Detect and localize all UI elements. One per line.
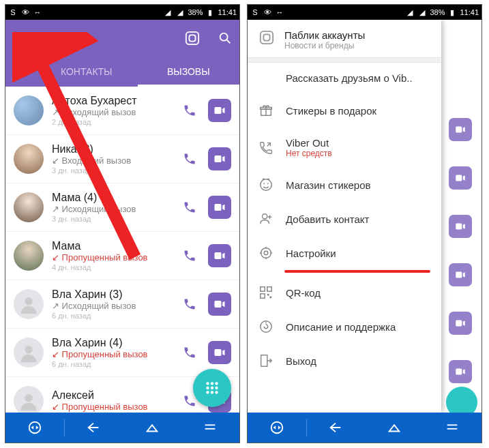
video-call-button[interactable]	[208, 293, 231, 316]
eye-icon: 👁	[263, 8, 272, 17]
info-icon	[258, 319, 273, 334]
video-call-button[interactable]	[208, 244, 231, 267]
app-header: Viber	[5, 20, 239, 57]
call-time: 6 дн. назад	[52, 312, 170, 320]
drawer-item-label: Рассказать друзьям о Vib..	[286, 72, 430, 84]
nav-bar	[5, 413, 239, 443]
call-row[interactable]: Вла Харин (3) ↗ Исходящий вызов 6 дн. на…	[5, 280, 239, 329]
call-row[interactable]: Ника (8) ↙ Входящий вызов 3 дн. назад	[5, 135, 239, 183]
drawer-item-share[interactable]: Рассказать друзьям о Vib..	[248, 63, 441, 93]
teamviewer-icon: ↔	[275, 8, 284, 17]
qr-icon	[258, 285, 273, 300]
tab-calls[interactable]: ВЫЗОВЫ	[138, 57, 240, 87]
tabs: КОНТАКТЫ ВЫЗОВЫ	[5, 57, 239, 87]
home-button[interactable]	[365, 413, 424, 443]
avatar	[14, 241, 44, 271]
exit-icon	[258, 353, 273, 368]
search-icon[interactable]	[218, 31, 233, 46]
drawer-item-label: Стикеры в подарок	[286, 105, 430, 117]
avatar	[14, 192, 44, 222]
video-call-button[interactable]	[208, 147, 231, 170]
drawer-item-label: Настройки	[286, 248, 430, 259]
skype-icon: S	[250, 8, 260, 17]
navigation-drawer: Паблик аккаунты Новости и бренды Рассказ…	[248, 20, 441, 413]
call-status: ↙ Пропущенный вызов	[52, 402, 170, 412]
clock-text: 11:41	[460, 8, 479, 16]
drawer-item-gift[interactable]: Стикеры в подарок	[248, 93, 441, 128]
signal-icon: ◢	[175, 8, 185, 17]
avatar	[14, 144, 44, 174]
status-bar: S 👁 ↔ ◢ ◢ 38% ▮ 11:41	[248, 5, 481, 20]
avatar	[14, 338, 44, 368]
drawer-item-smile[interactable]: Магазин стикеров	[248, 168, 441, 202]
call-button[interactable]	[178, 99, 201, 122]
video-call-button[interactable]	[208, 341, 231, 364]
tab-calls-label: ВЫЗОВЫ	[167, 66, 210, 77]
public-accounts-icon[interactable]	[185, 31, 200, 46]
call-name: Вла Харин (4)	[52, 337, 170, 349]
back-button[interactable]	[307, 413, 366, 443]
drawer-item-label: Описание и поддержка	[286, 321, 430, 333]
drawer-item-qr[interactable]: QR-код	[248, 275, 441, 310]
drawer-item-phone-out[interactable]: Viber OutНет средств	[248, 128, 441, 168]
call-name: Ника (8)	[52, 143, 170, 155]
call-button[interactable]	[178, 147, 201, 170]
call-row[interactable]: Мама ↙ Пропущенный вызов 4 дн. назад	[5, 232, 239, 280]
nav-bar	[248, 413, 481, 443]
dialpad-fab[interactable]	[193, 369, 231, 407]
signal-icon: ◢	[405, 8, 415, 17]
avatar	[14, 289, 44, 319]
svg-point-41	[271, 422, 283, 434]
gift-icon	[258, 103, 273, 118]
clock-text: 11:41	[218, 8, 237, 16]
recent-button[interactable]	[424, 413, 482, 443]
call-time: 3 дн. назад	[52, 166, 170, 175]
back-button[interactable]	[65, 413, 123, 443]
call-name: Антоха Бухарест	[52, 95, 170, 107]
smile-icon	[258, 177, 273, 192]
home-button[interactable]	[123, 413, 181, 443]
recent-button[interactable]	[181, 413, 240, 443]
call-name: Мама (4)	[52, 192, 170, 204]
drawer-header-title: Паблик аккаунты	[284, 29, 430, 41]
video-call-button[interactable]	[208, 196, 231, 219]
drawer-item-label: QR-код	[286, 287, 430, 299]
drawer-item-label: Добавить контакт	[286, 213, 430, 225]
call-status: ↙ Входящий вызов	[52, 155, 170, 166]
call-button[interactable]	[178, 293, 201, 316]
teamviewer-icon: ↔	[33, 8, 42, 17]
drawer-item-sub: Нет средств	[286, 149, 430, 158]
call-list[interactable]: Антоха Бухарест ↗ Исходящий вызов 2 дн. …	[5, 87, 239, 413]
video-call-button[interactable]	[208, 99, 231, 122]
drawer-item-info[interactable]: Описание и поддержка	[248, 310, 441, 344]
call-button[interactable]	[178, 196, 201, 219]
phone-out-icon	[258, 140, 273, 155]
call-row[interactable]: Антоха Бухарест ↗ Исходящий вызов 2 дн. …	[5, 87, 239, 135]
app-title: Viber	[34, 31, 167, 46]
call-name: Мама	[52, 240, 170, 252]
call-button[interactable]	[178, 244, 201, 267]
tab-contacts[interactable]: КОНТАКТЫ	[35, 57, 138, 87]
call-time: 3 дн. назад	[52, 215, 170, 223]
tab-contacts-label: КОНТАКТЫ	[61, 66, 113, 77]
menu-icon[interactable]	[12, 34, 25, 42]
gear-icon	[258, 245, 273, 260]
skype-icon: S	[8, 8, 18, 17]
call-button[interactable]	[178, 341, 201, 364]
teamviewer-button[interactable]	[248, 413, 306, 443]
tab-chats-icon[interactable]	[5, 57, 35, 87]
call-status: ↗ Исходящий вызов	[52, 301, 170, 311]
teamviewer-button[interactable]	[5, 413, 64, 443]
add-contact-icon	[258, 211, 273, 226]
svg-point-38	[29, 422, 41, 434]
drawer-item-label: Магазин стикеров	[286, 179, 430, 191]
call-row[interactable]: Мама (4) ↗ Исходящий вызов 3 дн. назад	[5, 183, 239, 232]
call-name: Алексей	[52, 389, 170, 402]
public-accounts-icon	[258, 29, 275, 46]
drawer-item-add-contact[interactable]: Добавить контакт	[248, 202, 441, 236]
battery-text: 38%	[188, 8, 203, 16]
annotation-underline	[284, 270, 430, 273]
drawer-header[interactable]: Паблик аккаунты Новости и бренды	[248, 20, 441, 57]
drawer-item-gear[interactable]: Настройки	[248, 236, 441, 270]
drawer-item-exit[interactable]: Выход	[248, 344, 441, 378]
